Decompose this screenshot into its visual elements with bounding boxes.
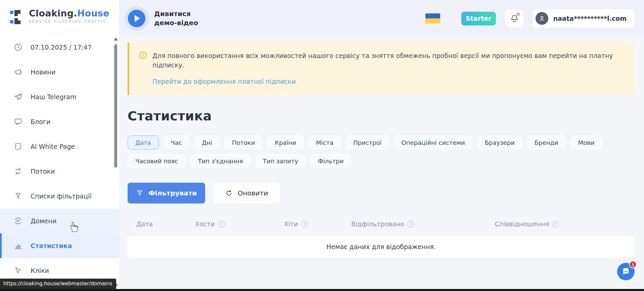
chat-unread-badge: 1 (629, 261, 637, 268)
empty-state-text: Немає даних для відображення. (326, 243, 436, 250)
help-icon[interactable]: ? (301, 221, 308, 228)
status-bar-url: https://cloaking.house/webmaster/domains (0, 279, 116, 289)
megaphone-icon (13, 68, 22, 77)
tab-streams[interactable]: Потоки (224, 135, 263, 150)
demo-video-label[interactable]: Дивитися демо-відео (154, 9, 208, 27)
stats-filter-tabs: Дата Час Дні Потоки Країни Міста Пристро… (128, 135, 625, 168)
tab-connection-type[interactable]: Тип з'єднання (190, 154, 251, 168)
sidebar: Cloaking.House SERVICE FILTERING TRAFFIC… (0, 0, 119, 291)
help-icon[interactable]: ? (407, 221, 414, 228)
demo-video-play-button[interactable] (128, 10, 145, 27)
person-icon (538, 14, 546, 22)
funnel-icon (13, 192, 22, 201)
column-header-hits: Хіти ? (284, 220, 351, 228)
column-header-hosts: Хости ? (195, 220, 284, 228)
user-account-button[interactable]: naata**********l.com (532, 9, 635, 28)
tab-time[interactable]: Час (163, 135, 190, 150)
brand-logo[interactable]: Cloaking.House SERVICE FILTERING TRAFFIC (0, 0, 119, 25)
scrollbar-thumb[interactable] (114, 44, 117, 168)
tab-date[interactable]: Дата (128, 135, 159, 150)
column-header-date: Дата (136, 220, 195, 228)
sidebar-nav: 07.10.2025 / 17:47 Новини Наш Telegram Б… (0, 35, 119, 283)
chat-bubble-icon (13, 117, 22, 126)
notification-dot (516, 12, 520, 16)
sidebar-item-label: Наш Telegram (31, 93, 76, 101)
sidebar-item-streams[interactable]: Потоки (0, 159, 119, 184)
sidebar-item-label: Статистика (31, 242, 72, 249)
help-icon[interactable]: ? (552, 221, 559, 228)
filter-button[interactable]: Фільтрувати (128, 183, 205, 203)
sidebar-item-statistics[interactable]: Статистика (0, 233, 119, 258)
paper-plane-icon (13, 93, 22, 102)
stats-table-header: Дата Хости ? Хіти ? Відфільтровано ? Спі… (128, 220, 635, 228)
banner-message: Для повного використання всіх можливосте… (152, 51, 623, 70)
tab-countries[interactable]: Країни (267, 135, 304, 150)
plan-badge-button[interactable]: Starter (461, 12, 496, 25)
mouse-hand-cursor (69, 221, 79, 232)
tab-filters[interactable]: Фільтри (310, 154, 351, 168)
topbar: Дивитися демо-відео Starter naata*******… (119, 0, 644, 37)
sidebar-item-news[interactable]: Новини (0, 60, 119, 84)
tab-timezone[interactable]: Часовий пояс (128, 154, 186, 168)
funnel-icon (136, 189, 143, 197)
tab-devices[interactable]: Пристрої (346, 135, 389, 150)
scroll-up-arrow[interactable] (114, 38, 118, 41)
refresh-icon (225, 189, 233, 197)
tab-operating-systems[interactable]: Операційні системи (394, 135, 473, 150)
brand-name: Cloaking.House (29, 9, 109, 18)
sidebar-item-filter-lists[interactable]: Списки фільтрації (0, 184, 119, 209)
bar-chart-icon (13, 241, 22, 250)
empty-state-card: Немає даних для відображення. (128, 236, 635, 258)
tab-cities[interactable]: Міста (308, 135, 341, 150)
column-header-filtered: Відфільтровано ? (351, 220, 495, 228)
chat-smile-icon (621, 267, 631, 276)
sidebar-item-label: Списки фільтрації (31, 192, 91, 200)
tab-languages[interactable]: Мови (570, 135, 602, 150)
user-email: naata**********l.com (553, 15, 627, 22)
sidebar-item-label: 07.10.2025 / 17:47 (31, 44, 92, 51)
sidebar-item-label: Кліки (31, 267, 49, 274)
avatar (536, 12, 548, 25)
sidebar-item-label: Блоги (31, 118, 50, 125)
tab-days[interactable]: Дні (194, 135, 220, 150)
sidebar-item-domains[interactable]: Домени (0, 209, 119, 233)
trial-warning-banner: ! Для повного використання всіх можливос… (128, 43, 635, 95)
window-bottom-edge (0, 289, 644, 291)
language-flag-ukraine[interactable] (425, 13, 440, 23)
streams-loop-icon (13, 167, 22, 176)
chat-widget-button[interactable]: 1 (617, 263, 635, 280)
sidebar-item-label: Домени (31, 217, 56, 225)
sidebar-item-label: Новини (31, 68, 55, 76)
sidebar-item-blogs[interactable]: Блоги (0, 109, 119, 134)
tab-request-type[interactable]: Тип запиту (255, 154, 306, 168)
help-icon[interactable]: ? (218, 221, 225, 228)
notifications-button[interactable] (505, 9, 523, 27)
clock-icon (13, 43, 22, 52)
subscribe-link[interactable]: Перейти до оформлення платної підписки (152, 78, 296, 85)
sidebar-item-label: AI White Page (31, 143, 75, 150)
sidebar-item-ai-white-page[interactable]: AI White Page (0, 134, 119, 159)
main-area: Дивитися демо-відео Starter naata*******… (119, 0, 644, 291)
tab-browsers[interactable]: Браузери (477, 135, 522, 150)
sidebar-scrollbar[interactable] (113, 35, 118, 291)
brand-logo-icon (10, 9, 25, 25)
domain-globe-icon (13, 217, 22, 226)
play-icon (135, 15, 140, 22)
refresh-button[interactable]: Оновити (214, 183, 280, 203)
brand-tagline: SERVICE FILTERING TRAFFIC (29, 20, 109, 23)
tab-brands[interactable]: Бренди (527, 135, 566, 150)
sidebar-item-datetime[interactable]: 07.10.2025 / 17:47 (0, 35, 119, 60)
column-header-ratio: Співвідношення ? (495, 220, 559, 228)
cursor-icon (13, 266, 22, 275)
page-title: Статистика (128, 109, 635, 123)
sidebar-item-label: Потоки (31, 168, 55, 175)
page-icon (13, 142, 22, 151)
sidebar-item-telegram[interactable]: Наш Telegram (0, 84, 119, 109)
warning-icon: ! (139, 52, 147, 59)
actions-row: Фільтрувати Оновити (128, 183, 635, 203)
content: ! Для повного використання всіх можливос… (119, 37, 644, 258)
